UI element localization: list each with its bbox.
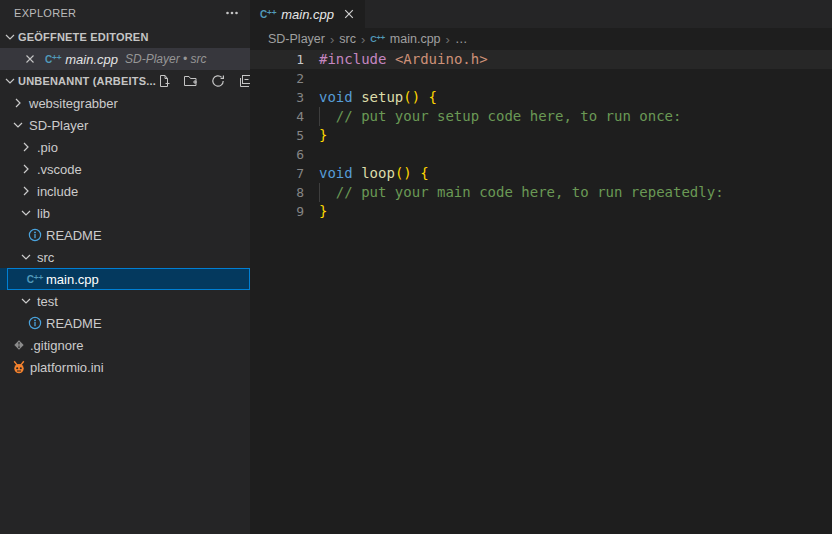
breadcrumb-item-project[interactable]: SD-Player bbox=[268, 32, 325, 46]
cpp-file-icon: C⁺⁺ bbox=[370, 34, 385, 44]
code-line[interactable]: 8 // put your main code here, to run rep… bbox=[250, 183, 832, 202]
code-line[interactable]: 3 void setup() { bbox=[250, 88, 832, 107]
tree-item-main-cpp[interactable]: C⁺⁺ main.cpp bbox=[0, 268, 250, 290]
cpp-file-icon: C⁺⁺ bbox=[260, 9, 276, 20]
cpp-file-icon: C⁺⁺ bbox=[27, 271, 43, 287]
collapse-all-icon[interactable] bbox=[237, 73, 250, 89]
file-tree: websitegrabber SD-Player .pio .vscode in… bbox=[0, 92, 250, 378]
chevron-right-icon bbox=[18, 161, 34, 177]
chevron-down-icon bbox=[2, 73, 18, 89]
indent-guide bbox=[319, 107, 320, 126]
tree-item-test[interactable]: test bbox=[0, 290, 250, 312]
code-line[interactable]: 6 bbox=[250, 145, 832, 164]
chevron-down-icon bbox=[2, 29, 18, 45]
workspace-actions bbox=[156, 73, 250, 89]
line-number: 5 bbox=[250, 126, 304, 145]
chevron-down-icon bbox=[18, 293, 34, 309]
chevron-down-icon bbox=[18, 249, 34, 265]
editor-group: C⁺⁺ main.cpp SD-Player › src › C⁺⁺ main.… bbox=[250, 0, 832, 534]
line-number: 7 bbox=[250, 164, 304, 183]
git-icon bbox=[11, 337, 27, 353]
tree-item-platformio-ini[interactable]: platformio.ini bbox=[0, 356, 250, 378]
new-folder-icon[interactable] bbox=[183, 73, 199, 89]
code-line[interactable]: 2 bbox=[250, 69, 832, 88]
vscode-window: EXPLORER GEÖFFNETE EDITOREN C⁺⁺ main.cpp… bbox=[0, 0, 832, 534]
code-line[interactable]: 7 void loop() { bbox=[250, 164, 832, 183]
tab-main-cpp[interactable]: C⁺⁺ main.cpp bbox=[250, 0, 365, 28]
code-line[interactable]: 9 } bbox=[250, 202, 832, 221]
line-number: 4 bbox=[250, 107, 304, 126]
close-icon[interactable] bbox=[22, 51, 38, 67]
info-icon bbox=[27, 315, 43, 331]
chevron-right-icon: › bbox=[446, 32, 450, 47]
tab-label: main.cpp bbox=[281, 7, 336, 22]
section-open-editors[interactable]: GEÖFFNETE EDITOREN bbox=[0, 26, 250, 48]
chevron-right-icon: › bbox=[330, 32, 334, 47]
line-number: 9 bbox=[250, 202, 304, 221]
breadcrumb-item-symbol[interactable]: … bbox=[455, 32, 468, 46]
cpp-file-icon: C⁺⁺ bbox=[45, 54, 61, 65]
new-file-icon[interactable] bbox=[156, 73, 172, 89]
code-line[interactable]: 4 // put your setup code here, to run on… bbox=[250, 107, 832, 126]
line-number: 6 bbox=[250, 145, 304, 164]
sidebar-title: EXPLORER bbox=[14, 7, 76, 19]
chevron-right-icon bbox=[18, 139, 34, 155]
tree-item-pio[interactable]: .pio bbox=[0, 136, 250, 158]
section-label: GEÖFFNETE EDITOREN bbox=[18, 31, 149, 43]
chevron-right-icon bbox=[10, 95, 26, 111]
tree-item-src[interactable]: src bbox=[0, 246, 250, 268]
tab-bar: C⁺⁺ main.cpp bbox=[250, 0, 832, 28]
breadcrumb: SD-Player › src › C⁺⁺ main.cpp › … bbox=[250, 28, 832, 50]
info-icon bbox=[27, 227, 43, 243]
tree-item-gitignore[interactable]: .gitignore bbox=[0, 334, 250, 356]
close-icon[interactable] bbox=[341, 6, 357, 22]
tree-item-lib[interactable]: lib bbox=[0, 202, 250, 224]
platformio-icon bbox=[11, 359, 27, 375]
refresh-icon[interactable] bbox=[210, 73, 226, 89]
tree-item-lib-readme[interactable]: README bbox=[0, 224, 250, 246]
tree-item-vscode[interactable]: .vscode bbox=[0, 158, 250, 180]
open-editor-description: SD-Player • src bbox=[125, 52, 207, 66]
open-editor-main-cpp[interactable]: C⁺⁺ main.cpp SD-Player • src bbox=[0, 48, 250, 70]
breadcrumb-item-file[interactable]: main.cpp bbox=[390, 32, 441, 46]
tree-item-include[interactable]: include bbox=[0, 180, 250, 202]
indent-guide bbox=[319, 183, 320, 202]
chevron-down-icon bbox=[10, 117, 26, 133]
breadcrumb-item-folder[interactable]: src bbox=[339, 32, 356, 46]
code-line[interactable]: 1 #include <Arduino.h> bbox=[250, 50, 832, 69]
line-number: 2 bbox=[250, 69, 304, 88]
tree-item-websitegrabber[interactable]: websitegrabber bbox=[0, 92, 250, 114]
section-label: UNBENANNT (ARBEITS... bbox=[18, 75, 156, 87]
more-actions-icon[interactable] bbox=[222, 3, 242, 23]
chevron-right-icon bbox=[18, 183, 34, 199]
explorer-sidebar: EXPLORER GEÖFFNETE EDITOREN C⁺⁺ main.cpp… bbox=[0, 0, 250, 534]
tree-item-sd-player[interactable]: SD-Player bbox=[0, 114, 250, 136]
line-number: 3 bbox=[250, 88, 304, 107]
section-workspace[interactable]: UNBENANNT (ARBEITS... bbox=[0, 70, 250, 92]
open-editor-name: main.cpp bbox=[65, 52, 118, 67]
line-number: 1 bbox=[250, 50, 304, 69]
line-number: 8 bbox=[250, 183, 304, 202]
code-editor: 1 #include <Arduino.h> 2 3 void setup() … bbox=[250, 50, 832, 221]
code-line[interactable]: 5 } bbox=[250, 126, 832, 145]
chevron-down-icon bbox=[18, 205, 34, 221]
sidebar-title-bar: EXPLORER bbox=[0, 0, 250, 26]
tree-item-test-readme[interactable]: README bbox=[0, 312, 250, 334]
chevron-right-icon: › bbox=[361, 32, 365, 47]
